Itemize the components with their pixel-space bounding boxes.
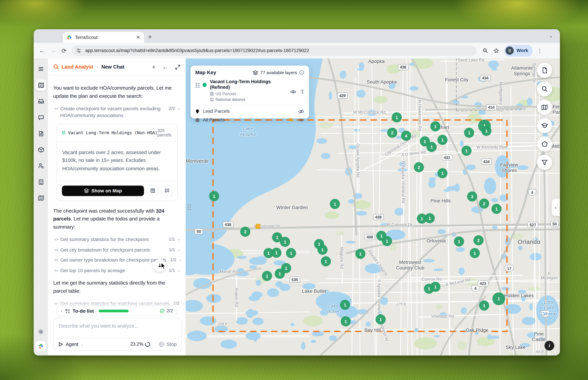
parcel-cluster-marker[interactable]: 1 (209, 191, 219, 201)
parcel-cluster-marker[interactable]: 1 (464, 128, 474, 138)
sidebar-item-inbox[interactable] (35, 95, 46, 107)
todo-list-bar[interactable]: › To-do list 2/2 (57, 305, 177, 316)
parcel-cluster-marker[interactable]: 1 (430, 121, 440, 132)
tab-search-chevron-icon[interactable]: ⌄ (549, 33, 553, 38)
tab-close-icon[interactable]: ✕ (136, 35, 140, 40)
label-toggle-icon[interactable]: T (301, 89, 304, 95)
address-bar[interactable]: app.terrascout.ai/map?chatId=e8n2antdk85… (72, 45, 477, 56)
tool-call-row[interactable]: <> Create checkpoint for vacant parcels … (53, 105, 181, 118)
map-canvas[interactable]: ●●●●●● ApopkaSand Lake Rd436Altamonte Sp… (186, 58, 560, 356)
reload-button[interactable]: ⟳ (61, 47, 67, 54)
map-basemap-button[interactable] (537, 100, 552, 115)
add-comment-button[interactable] (161, 185, 172, 196)
chevron-down-icon[interactable]: ⌄ (177, 106, 181, 111)
forward-button[interactable]: → (50, 47, 56, 54)
back-button[interactable]: ← (39, 47, 45, 54)
parcel-cluster-marker[interactable]: 1 (340, 300, 350, 310)
parcel-cluster-marker[interactable]: 1 (330, 199, 340, 209)
browser-menu-icon[interactable]: ⋮ (537, 48, 542, 54)
parcel-cluster-marker[interactable]: 2 (474, 235, 484, 246)
eye-off-icon[interactable] (298, 109, 304, 114)
parcel-cluster-marker[interactable]: 1 (271, 248, 282, 258)
parcel-cluster-marker[interactable]: 1 (382, 236, 392, 246)
all-parcels-row[interactable]: All Parcels (195, 117, 304, 123)
sidebar-item-packages[interactable] (35, 144, 46, 155)
parcel-cluster-marker[interactable]: 1 (461, 146, 472, 156)
map-drag-handle[interactable]: ●●●●●● (187, 204, 191, 211)
open-table-button[interactable] (147, 185, 158, 196)
stop-button[interactable]: Stop (159, 342, 177, 347)
parcel-cluster-marker[interactable]: 1 (470, 248, 480, 258)
parcel-cluster-marker[interactable]: 2 (240, 227, 250, 237)
map-search-button[interactable] (537, 81, 552, 96)
parcel-cluster-marker[interactable]: 1 (321, 256, 331, 266)
breadcrumb-app[interactable]: Land Analyst (61, 64, 93, 70)
parcel-cluster-marker[interactable]: 1 (427, 142, 437, 152)
back-chat-button[interactable]: ← (162, 64, 168, 70)
parcel-cluster-marker[interactable]: 1 (437, 135, 448, 145)
parcel-cluster-marker[interactable]: 1 (492, 292, 505, 305)
browser-profile-chip[interactable]: B Work (504, 45, 532, 56)
chevron-down-icon[interactable]: ⌄ (177, 267, 181, 272)
parcel-cluster-marker[interactable]: 1 (376, 314, 386, 324)
tool-call-row[interactable]: <>Get city breakdown for checkpoint parc… (53, 247, 181, 253)
drag-handle-icon[interactable]: ●●●●●● (195, 82, 200, 102)
parcel-cluster-marker[interactable]: 1 (262, 271, 272, 281)
mode-selector[interactable]: Agent (66, 342, 78, 347)
parcel-cluster-marker[interactable]: 3 (467, 191, 477, 202)
sidebar-item-documents[interactable] (35, 128, 46, 139)
parcel-cluster-marker[interactable]: 4 (401, 131, 411, 141)
parcel-cluster-marker[interactable]: 1 (318, 245, 328, 255)
selected-parcel-marker[interactable] (256, 224, 261, 229)
chat-composer[interactable]: Describe what you want to analyze... Age… (53, 318, 182, 351)
zoom-to-layer-icon[interactable] (289, 117, 294, 123)
tool-call-row[interactable]: <>Get summary statistics for the checkpo… (53, 236, 181, 243)
map-key-layer-row[interactable]: ●●●●●● Vacant Long-Term Holdings (Refine… (195, 79, 304, 102)
parcel-cluster-marker[interactable]: 2 (414, 162, 424, 172)
lead-parcels-row[interactable]: Lead Parcels (195, 109, 304, 114)
sidebar-item-organizations[interactable] (35, 176, 46, 188)
panel-collapse-tab[interactable]: ‹ (551, 199, 560, 216)
sidebar-item-map-alt[interactable] (35, 192, 46, 204)
chevron-down-icon[interactable]: ⌄ (182, 301, 185, 306)
site-settings-icon[interactable] (76, 48, 81, 53)
eye-icon[interactable] (298, 118, 304, 122)
theme-toggle-sun-icon[interactable] (35, 326, 46, 338)
terrascout-logo[interactable] (36, 341, 46, 351)
parcel-cluster-marker[interactable]: 1 (430, 282, 440, 292)
available-layers-button[interactable]: 77 available layers (253, 70, 304, 75)
parcel-cluster-marker[interactable]: 1 (454, 236, 464, 247)
bookmark-star-icon[interactable] (493, 48, 499, 53)
parcel-cluster-marker[interactable]: 1 (491, 204, 502, 214)
parcel-cluster-marker[interactable]: 2 (479, 198, 489, 209)
map-info-button[interactable]: i (544, 341, 554, 351)
parcel-cluster-marker[interactable]: 1 (275, 268, 285, 279)
info-icon[interactable] (299, 70, 304, 75)
sidebar-item-people-search[interactable] (35, 160, 46, 171)
parcel-cluster-marker[interactable]: 1 (479, 301, 489, 311)
zoom-out-icon[interactable] (483, 48, 489, 53)
eye-icon[interactable] (290, 90, 296, 94)
browser-tab[interactable]: TerraScout ✕ (63, 32, 144, 43)
parcel-cluster-marker[interactable]: 1 (280, 237, 290, 247)
chevron-down-icon[interactable]: ⌄ (177, 237, 181, 242)
sidebar-item-maps[interactable] (35, 79, 46, 91)
chevron-down-icon[interactable]: ⌄ (177, 247, 181, 252)
map-draw-polygon-button[interactable] (537, 136, 552, 152)
new-chat-button[interactable]: + (152, 64, 156, 70)
parcel-cluster-marker[interactable]: 1 (481, 126, 492, 136)
parcel-cluster-marker[interactable]: 1 (392, 112, 402, 122)
map-report-button[interactable] (537, 63, 552, 77)
parcel-cluster-marker[interactable]: 2 (387, 128, 398, 138)
map-filter-button[interactable] (537, 155, 552, 170)
parcel-cluster-marker[interactable]: 1 (355, 249, 365, 259)
sidebar-item-chat[interactable] (35, 112, 46, 123)
map-learn-button[interactable] (537, 118, 552, 133)
parcel-cluster-marker[interactable]: 1 (341, 316, 351, 326)
parcel-cluster-marker[interactable]: 1 (417, 213, 427, 224)
parcel-cluster-marker[interactable]: 1 (286, 248, 296, 258)
new-tab-button[interactable]: + (148, 34, 152, 40)
show-on-map-button[interactable]: Show on Map (62, 186, 144, 196)
chevron-right-icon[interactable]: › (61, 308, 62, 313)
expand-icon[interactable] (175, 64, 180, 70)
